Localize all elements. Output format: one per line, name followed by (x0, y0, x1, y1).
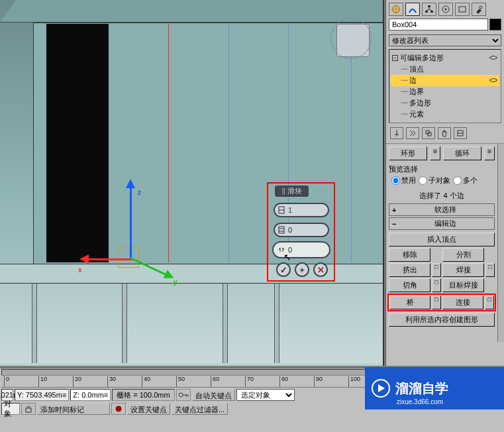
radio-subobj-input[interactable] (419, 176, 427, 185)
key-icon[interactable] (176, 389, 191, 401)
pinch-value: 0 (288, 226, 292, 234)
caddy-ok-button[interactable]: ✓ (276, 262, 291, 277)
bridge-button[interactable]: 桥 (389, 296, 430, 309)
ruler-tick: 20 (73, 376, 81, 388)
weld-button[interactable]: 焊接 (442, 263, 484, 277)
svg-rect-26 (26, 408, 31, 412)
expand-icon: + (392, 206, 399, 214)
svg-line-13 (429, 9, 432, 11)
object-name-input[interactable] (389, 19, 488, 30)
rollout-area: 环形 ≡ 循环 ≡ 预览选择 禁用 子对象 多个 选择了 4 个边 + 软选择 … (386, 143, 504, 342)
svg-line-12 (427, 9, 429, 11)
ruler-tick: 10 (38, 376, 47, 388)
create-shape-button[interactable]: 利用所选内容创建图形 (389, 313, 495, 327)
ring-spinner[interactable]: ≡ (430, 146, 440, 160)
preview-title: 预览选择 (389, 163, 495, 176)
stack-item-editable-poly[interactable]: − 可编辑多边形 (391, 52, 499, 64)
segments-value: 1 (288, 206, 292, 214)
eye-icon[interactable] (489, 77, 498, 85)
chamfer-button[interactable]: 切角 (389, 278, 430, 292)
svg-point-15 (445, 9, 447, 11)
connect-slide-field[interactable]: 0 (274, 243, 329, 257)
remove-button[interactable]: 移除 (389, 248, 430, 262)
modify-tab[interactable] (405, 3, 420, 16)
tree-dash-icon: ┈┈ (401, 65, 407, 74)
caddy-title[interactable]: ‖ 滑块 (275, 186, 309, 197)
display-tab[interactable] (455, 3, 470, 16)
ruler-tick: 80 (279, 376, 288, 388)
ruler-tick: 70 (245, 376, 254, 388)
segments-icon (277, 206, 285, 214)
extrude-button[interactable]: 挤出 (389, 263, 430, 277)
rollout-scrollbar[interactable] (497, 144, 504, 342)
auto-key-button[interactable]: 自动关键点 (192, 389, 235, 401)
radio-disable[interactable]: 禁用 (391, 176, 416, 186)
connect-settings-button[interactable]: □ (485, 296, 494, 309)
add-time-tag-button[interactable]: 添加时间标记 (37, 403, 110, 415)
caddy-apply-button[interactable]: + (295, 262, 309, 277)
hierarchy-tab[interactable] (422, 3, 436, 16)
selected-edge[interactable] (168, 24, 169, 262)
y-coord[interactable]: Y: 7503.495m≡ (15, 389, 69, 401)
object-label: 对象 (1, 403, 20, 415)
make-unique-button[interactable] (422, 127, 435, 139)
lock-icon[interactable] (21, 403, 36, 415)
extrude-settings-button[interactable]: □ (432, 263, 441, 277)
soft-selection-rollout[interactable]: + 软选择 (389, 203, 495, 216)
set-key-button[interactable]: 设置关键点 (127, 403, 170, 415)
remove-modifier-button[interactable] (438, 127, 451, 139)
subobj-polygon[interactable]: ┈┈多边形 (391, 97, 499, 109)
svg-rect-16 (459, 7, 466, 12)
create-tab[interactable] (389, 3, 403, 16)
caddy-cancel-button[interactable]: ✕ (313, 262, 328, 277)
connect-button[interactable]: 连接 (442, 296, 483, 309)
collapse-icon[interactable]: − (392, 55, 398, 61)
ring-button[interactable]: 环形 (389, 146, 427, 160)
subobj-edge[interactable]: ┈┈边 (391, 75, 499, 86)
insert-vertex-button[interactable]: 插入顶点 (389, 233, 495, 246)
weld-settings-button[interactable]: □ (485, 263, 495, 277)
gizmo-x-axis[interactable] (87, 258, 134, 260)
model-leg (223, 284, 228, 363)
connect-segments-field[interactable]: 1 (274, 203, 329, 217)
pin-stack-button[interactable] (390, 127, 403, 139)
radio-multi[interactable]: 多个 (453, 176, 478, 186)
split-button[interactable]: 分割 (442, 248, 484, 262)
radio-subobject[interactable]: 子对象 (419, 176, 450, 186)
motion-tab[interactable] (438, 3, 453, 16)
loop-spinner[interactable]: ≡ (484, 146, 495, 160)
modifier-list-dropdown[interactable]: 修改器列表 (389, 34, 501, 46)
command-panel-tabs (386, 0, 504, 17)
configure-button[interactable] (454, 127, 467, 139)
target-weld-button[interactable]: 目标焊接 (442, 278, 484, 292)
svg-rect-2 (279, 227, 284, 233)
bridge-settings-button[interactable]: □ (432, 296, 441, 309)
connect-pinch-field[interactable]: 0 (274, 223, 329, 237)
modifier-stack[interactable]: − 可编辑多边形 ┈┈顶点 ┈┈边 ┈┈边界 ┈┈多边形 ┈┈元素 (389, 49, 501, 123)
object-color-swatch[interactable] (489, 19, 501, 30)
model-leg (32, 284, 37, 363)
gizmo-plane[interactable] (118, 246, 139, 268)
model-legs-area (0, 284, 384, 363)
viewport[interactable]: z x y ‖ 滑块 1 0 0 ↖ ✓ + ✕ (0, 0, 384, 366)
key-filters-button[interactable]: 关键点过滤器... (172, 403, 228, 415)
radio-disable-input[interactable] (391, 176, 400, 185)
subobj-vertex[interactable]: ┈┈顶点 (391, 64, 499, 75)
eye-icon[interactable] (489, 54, 498, 62)
show-end-result-button[interactable] (406, 127, 419, 139)
subobj-border[interactable]: ┈┈边界 (391, 86, 499, 97)
gizmo-z-axis[interactable] (130, 187, 132, 258)
axis-label-y: y (174, 278, 177, 286)
loop-button[interactable]: 循环 (443, 146, 481, 160)
ruler-tick: 60 (211, 376, 219, 388)
selection-count: 选择了 4 个边 (386, 188, 497, 203)
edit-edges-rollout[interactable]: − 编辑边 (389, 217, 495, 230)
set-key-icon[interactable] (111, 403, 126, 415)
radio-multi-input[interactable] (453, 176, 462, 185)
selection-target-dropdown[interactable]: 选定对象 (236, 389, 295, 401)
z-coord[interactable]: Z: 0.0mm≡ (70, 389, 111, 401)
chamfer-settings-button[interactable]: □ (432, 278, 441, 292)
utilities-tab[interactable] (472, 3, 486, 16)
subobj-element[interactable]: ┈┈元素 (391, 109, 499, 120)
viewcube[interactable] (336, 24, 370, 57)
